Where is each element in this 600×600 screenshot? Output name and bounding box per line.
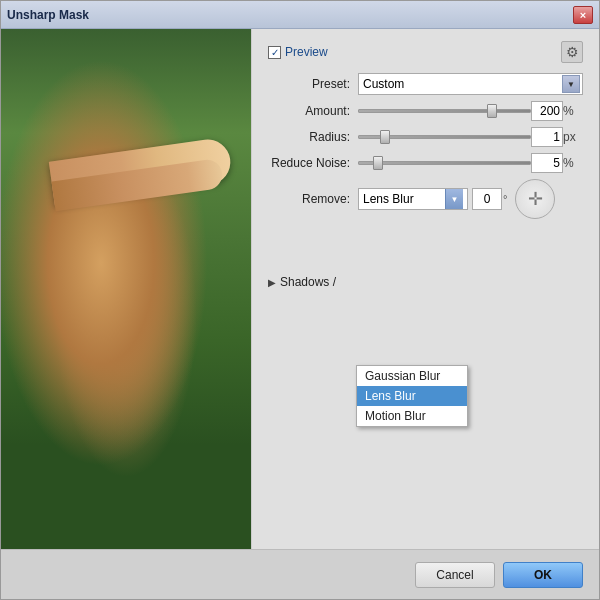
title-bar-title: Unsharp Mask — [7, 8, 89, 22]
cancel-button[interactable]: Cancel — [415, 562, 495, 588]
preset-value: Custom — [363, 77, 578, 91]
angle-value: 0 — [484, 192, 491, 206]
angle-input[interactable]: 0 — [472, 188, 502, 210]
amount-slider-thumb[interactable] — [487, 104, 497, 118]
dropdown-gaussian-blur[interactable]: Gaussian Blur — [357, 366, 467, 386]
shadows-label: Shadows / — [280, 275, 336, 289]
preset-row: Preset: Custom ▼ — [268, 73, 583, 95]
remove-row: Remove: Lens Blur ▼ 0 ° ✛ Gaussian Blur … — [268, 179, 583, 219]
degree-symbol: ° — [503, 193, 507, 205]
main-content: 25% + ✓ Preview ⚙ Preset: Custom ▼ — [1, 29, 599, 549]
preview-label[interactable]: ✓ Preview — [268, 45, 328, 59]
preset-label: Preset: — [268, 77, 358, 91]
gear-icon[interactable]: ⚙ — [561, 41, 583, 63]
preset-select[interactable]: Custom ▼ — [358, 73, 583, 95]
title-bar: Unsharp Mask × — [1, 1, 599, 29]
remove-dropdown-arrow[interactable]: ▼ — [445, 189, 463, 209]
preview-row: ✓ Preview ⚙ — [268, 41, 583, 63]
dropdown-lens-blur[interactable]: Lens Blur — [357, 386, 467, 406]
beak — [49, 137, 234, 207]
dropdown-motion-blur[interactable]: Motion Blur — [357, 406, 467, 426]
reduce-noise-value[interactable]: 5 — [531, 153, 563, 173]
shadows-row[interactable]: ▶ Shadows / — [268, 275, 583, 289]
amount-label: Amount: — [268, 104, 358, 118]
radius-label: Radius: — [268, 130, 358, 144]
reduce-noise-slider-track[interactable] — [358, 161, 531, 165]
remove-dropdown-menu: Gaussian Blur Lens Blur Motion Blur — [356, 365, 468, 427]
reduce-noise-unit: % — [563, 156, 583, 170]
bird-shape — [31, 109, 251, 229]
remove-value: Lens Blur — [363, 192, 445, 206]
reduce-noise-slider-thumb[interactable] — [373, 156, 383, 170]
radius-slider-track[interactable] — [358, 135, 531, 139]
controls-panel: ✓ Preview ⚙ Preset: Custom ▼ Amount: 2 — [251, 29, 599, 549]
amount-slider-row: Amount: 200 % — [268, 101, 583, 121]
preview-panel: 25% + — [1, 29, 251, 549]
preview-image — [1, 29, 251, 549]
preview-checkbox[interactable]: ✓ — [268, 46, 281, 59]
amount-slider-track[interactable] — [358, 109, 531, 113]
preview-text: Preview — [285, 45, 328, 59]
remove-select[interactable]: Lens Blur ▼ — [358, 188, 468, 210]
reduce-noise-slider-row: Reduce Noise: 5 % — [268, 153, 583, 173]
compass-crosshair: ✛ — [528, 190, 543, 208]
radius-value[interactable]: 1 — [531, 127, 563, 147]
radius-unit: px — [563, 130, 583, 144]
radius-slider-thumb[interactable] — [380, 130, 390, 144]
compass-widget[interactable]: ✛ — [515, 179, 555, 219]
close-button[interactable]: × — [573, 6, 593, 24]
radius-slider-row: Radius: 1 px — [268, 127, 583, 147]
reduce-noise-label: Reduce Noise: — [268, 156, 358, 170]
amount-value[interactable]: 200 — [531, 101, 563, 121]
expand-icon[interactable]: ▶ — [268, 277, 276, 288]
dialog-window: Unsharp Mask × 25% + ✓ Preview — [0, 0, 600, 600]
amount-unit: % — [563, 104, 583, 118]
ok-button[interactable]: OK — [503, 562, 583, 588]
bottom-bar: Cancel OK — [1, 549, 599, 599]
preset-dropdown-arrow[interactable]: ▼ — [562, 75, 580, 93]
remove-label: Remove: — [268, 192, 358, 206]
